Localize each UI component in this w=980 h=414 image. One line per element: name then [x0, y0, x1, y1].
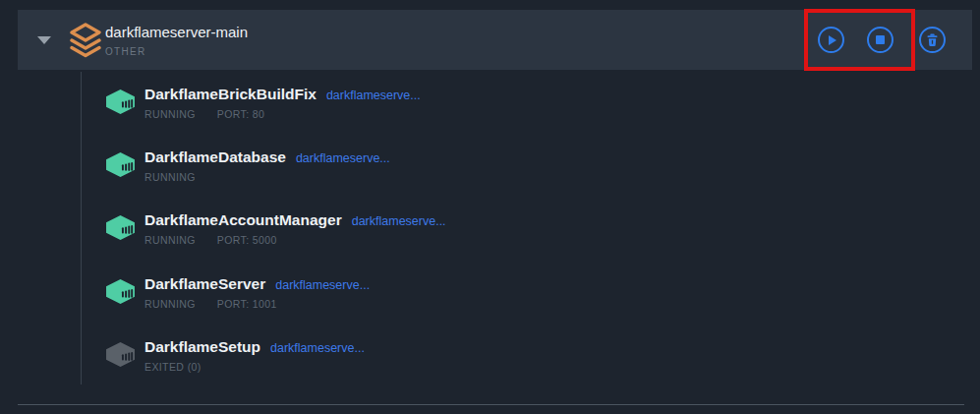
container-image-link[interactable]: darkflameserve...: [296, 151, 390, 165]
container-status: RUNNING: [144, 298, 196, 310]
container-name: DarkflameSetup: [144, 338, 260, 356]
container-row: DarkflameServer darkflameserve... RUNNIN…: [105, 275, 370, 310]
stop-icon: [876, 35, 885, 44]
container-image-link[interactable]: darkflameserve...: [326, 89, 421, 102]
chevron-down-icon[interactable]: [37, 36, 51, 44]
container-port: PORT: 80: [217, 108, 265, 120]
start-stack-button[interactable]: [818, 27, 844, 53]
stack-header: darkflameserver-main OTHER: [18, 10, 972, 70]
play-icon: [829, 35, 836, 45]
container-port: PORT: 5000: [217, 234, 277, 246]
stack-layers-icon: [70, 23, 101, 58]
container-name: DarkflameBrickBuildFix: [144, 86, 317, 103]
container-cube-icon: [105, 278, 136, 305]
container-status: RUNNING: [144, 108, 196, 120]
container-name: DarkflameAccountManager: [144, 211, 342, 229]
container-status: EXITED (0): [144, 361, 202, 373]
container-image-link[interactable]: darkflameserve...: [275, 278, 370, 292]
container-cube-icon: [105, 341, 136, 368]
container-cube-icon: [105, 89, 136, 115]
container-cube-icon: [105, 151, 136, 178]
container-status: RUNNING: [144, 234, 196, 246]
container-cube-icon: [105, 214, 136, 241]
container-image-link[interactable]: darkflameserve...: [270, 341, 365, 355]
stack-title-block: darkflameserver-main OTHER: [105, 24, 248, 57]
container-image-link[interactable]: darkflameserve...: [352, 214, 446, 228]
tree-indent-guide: [81, 72, 82, 384]
container-port: PORT: 1001: [217, 298, 277, 310]
delete-stack-button[interactable]: [919, 27, 946, 53]
trash-icon: [926, 33, 939, 47]
container-stack-panel: darkflameserver-main OTHER: [0, 0, 980, 414]
container-status: RUNNING: [144, 171, 196, 183]
bottom-divider: [18, 404, 964, 405]
stop-stack-button[interactable]: [867, 27, 894, 53]
container-name: DarkflameServer: [144, 275, 265, 293]
container-row: DarkflameAccountManager darkflameserve..…: [105, 211, 446, 246]
container-row: DarkflameBrickBuildFix darkflameserve...…: [105, 86, 421, 120]
stack-type-label: OTHER: [105, 46, 248, 57]
container-row: DarkflameDatabase darkflameserve... RUNN…: [105, 148, 390, 183]
stack-name: darkflameserver-main: [105, 24, 248, 41]
container-name: DarkflameDatabase: [144, 148, 286, 166]
container-row: DarkflameSetup darkflameserve... EXITED …: [105, 338, 365, 373]
